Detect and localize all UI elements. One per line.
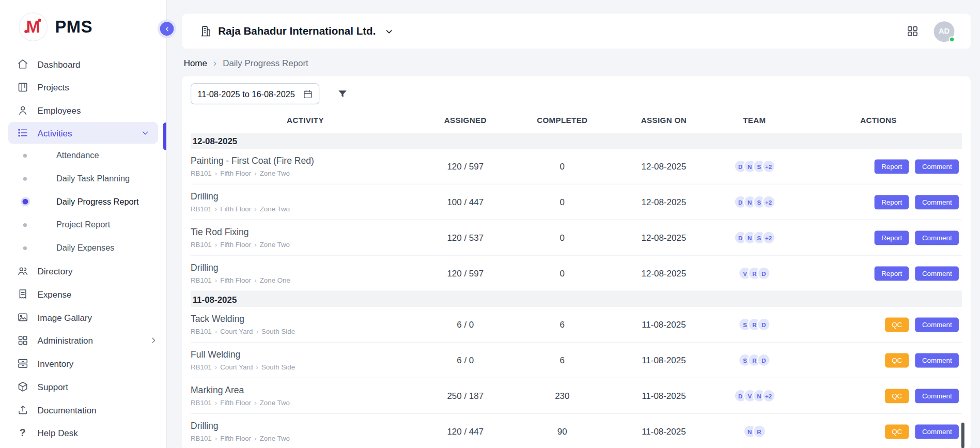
package-icon <box>16 380 28 393</box>
qc-button[interactable]: QC <box>885 389 909 403</box>
qc-button[interactable]: QC <box>885 317 909 332</box>
qc-button[interactable]: QC <box>885 353 909 367</box>
sidebar-item-activities[interactable]: Activities <box>8 122 158 144</box>
assign-on-value: 11-08-2025 <box>614 319 714 329</box>
activity-cell: Tie Rod Fixing RB101›Fifth Floor›Zone Tw… <box>191 227 420 248</box>
sidebar-item-administration[interactable]: Administration <box>0 329 166 352</box>
comment-button[interactable]: Comment <box>915 159 959 174</box>
report-button[interactable]: Report <box>875 195 909 209</box>
scrollbar-thumb[interactable] <box>961 423 964 448</box>
path-segment: RB101 <box>191 435 212 442</box>
filter-button[interactable] <box>337 88 348 100</box>
row-actions: QCComment <box>795 353 962 367</box>
sidebar-item-label: Expense <box>38 289 72 299</box>
building-icon <box>199 25 212 37</box>
sidebar-item-label: Inventory <box>38 359 74 368</box>
chevron-right-icon: › <box>215 205 217 213</box>
logo-dot <box>38 19 41 22</box>
team-member-badge[interactable]: +2 <box>761 389 775 403</box>
date-range-input[interactable]: 11-08-2025 to 16-08-2025 <box>191 83 319 104</box>
column-header-actions: ACTIONS <box>795 116 962 125</box>
activity-title: Drilling <box>191 262 414 272</box>
filters-toolbar: 11-08-2025 to 16-08-2025 <box>191 83 962 104</box>
breadcrumb-home-link[interactable]: Home <box>184 58 207 68</box>
comment-button[interactable]: Comment <box>915 317 959 332</box>
assign-on-value: 12-08-2025 <box>614 268 714 278</box>
activity-path: RB101›Fifth Floor›Zone Two <box>191 169 414 177</box>
row-actions: ReportComment <box>795 230 962 245</box>
breadcrumb-current: Daily Progress Report <box>223 58 308 68</box>
date-group-header: 12-08-2025 <box>191 133 962 149</box>
team-member-badge[interactable]: +2 <box>761 195 775 209</box>
online-status-dot <box>949 36 955 42</box>
sidebar-item-label: Image Gallary <box>38 312 92 322</box>
sidebar-item-inventory[interactable]: Inventory <box>0 352 166 375</box>
comment-button[interactable]: Comment <box>915 230 959 245</box>
sidebar-subitem-project-report[interactable]: Project Report <box>0 213 166 237</box>
sidebar-item-projects[interactable]: Projects <box>0 75 166 99</box>
assign-on-value: 12-08-2025 <box>614 233 714 242</box>
path-segment: RB101 <box>191 328 212 335</box>
sidebar-item-help-desk[interactable]: ? Help Desk <box>0 421 166 444</box>
row-actions: ReportComment <box>795 159 962 174</box>
team-member-badge[interactable]: D <box>757 266 771 280</box>
sidebar-item-documentation[interactable]: Documentation <box>0 398 166 422</box>
path-segment: South Side <box>261 363 295 371</box>
qc-button[interactable]: QC <box>885 424 909 439</box>
chevron-right-icon: › <box>215 435 217 442</box>
sidebar-item-image-gallery[interactable]: Image Gallary <box>0 306 166 329</box>
comment-button[interactable]: Comment <box>915 389 959 403</box>
row-actions: ReportComment <box>795 195 962 209</box>
table-row: Tack Welding RB101›Court Yard›South Side… <box>191 307 962 343</box>
sidebar-subitem-daily-task-planning[interactable]: Daily Task Planning <box>0 167 166 190</box>
report-button[interactable]: Report <box>875 266 909 281</box>
comment-button[interactable]: Comment <box>915 353 959 367</box>
chevron-right-icon: › <box>215 363 217 371</box>
path-segment: Court Yard <box>220 363 253 371</box>
team-badges: DNS+2 <box>714 160 795 174</box>
topbar-right: AD <box>906 21 954 42</box>
report-button[interactable]: Report <box>875 159 909 174</box>
sidebar-item-dashboard[interactable]: Dashboard <box>0 53 166 76</box>
assigned-value: 120 / 597 <box>420 161 510 171</box>
user-avatar[interactable]: AD <box>934 21 955 42</box>
assign-on-value: 12-08-2025 <box>614 197 714 207</box>
comment-button[interactable]: Comment <box>915 195 959 209</box>
team-member-badge[interactable]: D <box>757 318 771 332</box>
question-icon: ? <box>16 427 28 439</box>
sidebar-item-label: Support <box>38 382 68 392</box>
company-selector[interactable]: Raja Bahadur International Ltd. <box>199 25 394 37</box>
activity-cell: Drilling RB101›Fifth Floor›Zone Two <box>191 191 420 212</box>
table-row: Painting - First Coat (Fire Red) RB101›F… <box>191 149 962 184</box>
sidebar-item-label: Help Desk <box>38 428 78 438</box>
assigned-value: 120 / 597 <box>420 268 510 278</box>
comment-button[interactable]: Comment <box>915 266 959 281</box>
activity-title: Marking Area <box>191 385 414 395</box>
sidebar-collapse-button[interactable] <box>160 22 174 36</box>
grid-icon <box>16 334 28 347</box>
sidebar: M PMS Dashboard Projects <box>0 0 167 448</box>
breadcrumb: Home › Daily Progress Report <box>184 57 971 68</box>
sidebar-subitem-daily-progress-report[interactable]: Daily Progress Report <box>0 190 166 213</box>
team-member-badge[interactable]: +2 <box>761 160 775 174</box>
team-member-badge[interactable]: +2 <box>761 230 775 244</box>
sidebar-item-expense[interactable]: Expense <box>0 283 166 306</box>
chevron-right-icon: › <box>213 57 216 68</box>
apps-grid-icon[interactable] <box>906 25 919 37</box>
sidebar-subitem-attendance[interactable]: Attendance <box>0 144 166 167</box>
sidebar-subitem-label: Daily Task Planning <box>56 174 130 183</box>
team-member-badge[interactable]: R <box>752 424 766 438</box>
activity-title: Tack Welding <box>191 314 414 323</box>
activity-path: RB101›Fifth Floor›Zone Two <box>191 435 414 442</box>
report-button[interactable]: Report <box>875 230 909 245</box>
table-row: Drilling RB101›Fifth Floor›Zone One 120 … <box>191 256 962 291</box>
sidebar-item-directory[interactable]: Directory <box>0 259 166 283</box>
sidebar-item-employees[interactable]: Employees <box>0 99 166 122</box>
path-segment: Fifth Floor <box>220 276 251 284</box>
path-segment: Zone Two <box>260 241 290 249</box>
sidebar-item-support[interactable]: Support <box>0 375 166 398</box>
team-member-badge[interactable]: D <box>757 353 771 367</box>
comment-button[interactable]: Comment <box>915 424 959 439</box>
app-window: M PMS Dashboard Projects <box>0 0 980 448</box>
sidebar-subitem-daily-expenses[interactable]: Daily Expenses <box>0 236 166 259</box>
